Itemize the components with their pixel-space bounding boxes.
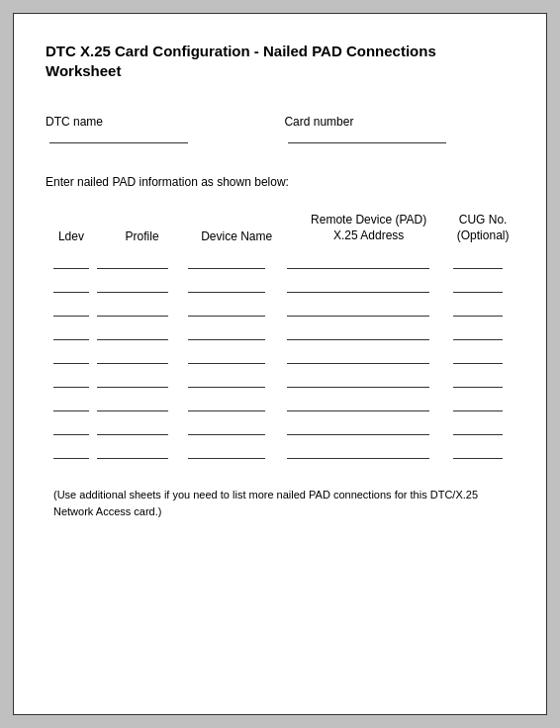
cell-cug-9 — [453, 445, 503, 459]
cell-cug-3 — [453, 303, 503, 317]
cell-profile-9 — [97, 445, 168, 459]
cell-ldev-1 — [53, 255, 89, 269]
cell-cug-4 — [453, 326, 503, 340]
cell-ldev-8 — [53, 421, 89, 435]
worksheet-page: DTC X.25 Card Configuration - Nailed PAD… — [13, 13, 547, 715]
table-header-row: Ldev Profile Device Name Remote Device (… — [46, 213, 514, 247]
cell-profile-1 — [97, 255, 168, 269]
cell-ldev-7 — [53, 398, 89, 411]
col-header-remote-device: Remote Device (PAD)X.25 Address — [286, 213, 451, 243]
cell-device-9 — [188, 445, 265, 459]
cell-device-4 — [188, 326, 265, 340]
cell-device-5 — [188, 350, 265, 364]
card-number-field: Card number — [284, 112, 514, 147]
cell-device-7 — [188, 398, 265, 411]
cell-profile-4 — [97, 326, 168, 340]
table-row — [46, 255, 514, 269]
cell-remote-4 — [287, 326, 429, 340]
cell-profile-7 — [97, 398, 168, 411]
cell-cug-2 — [453, 279, 503, 293]
cell-remote-1 — [287, 255, 429, 269]
table-row — [46, 421, 514, 435]
data-table: Ldev Profile Device Name Remote Device (… — [46, 213, 514, 459]
table-row — [46, 279, 514, 293]
table-row — [46, 374, 514, 388]
cell-cug-7 — [453, 398, 503, 411]
card-number-label: Card number — [284, 115, 353, 129]
cell-remote-5 — [287, 350, 429, 364]
dtc-name-field: DTC name — [46, 112, 244, 147]
cell-remote-2 — [287, 279, 429, 293]
cell-cug-8 — [453, 421, 503, 435]
cell-remote-7 — [287, 398, 429, 411]
table-row — [46, 350, 514, 364]
col-header-device-name: Device Name — [187, 229, 286, 243]
cell-ldev-2 — [53, 279, 89, 293]
table-row — [46, 303, 514, 317]
col-header-ldev: Ldev — [46, 229, 97, 243]
cell-device-8 — [188, 421, 265, 435]
table-row — [46, 445, 514, 459]
col-header-cug: CUG No.(Optional) — [451, 213, 514, 243]
header-fields: DTC name Card number — [46, 112, 514, 147]
footer-note: (Use additional sheets if you need to li… — [46, 487, 514, 519]
cell-ldev-3 — [53, 303, 89, 317]
cell-cug-1 — [453, 255, 503, 269]
cell-ldev-6 — [53, 374, 89, 388]
cell-device-3 — [188, 303, 265, 317]
col-header-profile: Profile — [97, 229, 188, 243]
cell-profile-3 — [97, 303, 168, 317]
page-title: DTC X.25 Card Configuration - Nailed PAD… — [46, 42, 514, 80]
cell-device-1 — [188, 255, 265, 269]
cell-cug-5 — [453, 350, 503, 364]
dtc-name-input-line — [49, 130, 188, 143]
cell-profile-5 — [97, 350, 168, 364]
cell-profile-2 — [97, 279, 168, 293]
instruction-text: Enter nailed PAD information as shown be… — [46, 175, 514, 189]
cell-device-2 — [188, 279, 265, 293]
cell-ldev-4 — [53, 326, 89, 340]
cell-device-6 — [188, 374, 265, 388]
cell-remote-6 — [287, 374, 429, 388]
cell-profile-8 — [97, 421, 168, 435]
cell-ldev-9 — [53, 445, 89, 459]
table-row — [46, 326, 514, 340]
cell-profile-6 — [97, 374, 168, 388]
cell-cug-6 — [453, 374, 503, 388]
cell-remote-3 — [287, 303, 429, 317]
cell-ldev-5 — [53, 350, 89, 364]
cell-remote-8 — [287, 421, 429, 435]
card-number-input-line — [288, 130, 446, 143]
table-row — [46, 398, 514, 411]
cell-remote-9 — [287, 445, 429, 459]
dtc-name-label: DTC name — [46, 115, 103, 129]
